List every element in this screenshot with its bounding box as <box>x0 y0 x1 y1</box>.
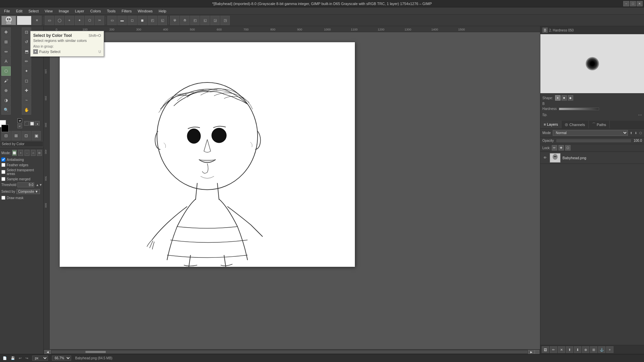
scroll-corner[interactable] <box>535 350 539 354</box>
brush-options-menu[interactable]: ··· <box>638 112 642 117</box>
maximize-button[interactable]: □ <box>630 1 636 6</box>
tool-crop[interactable]: ⊞ <box>1 37 11 47</box>
layer-up-button[interactable]: ⬆ <box>566 346 573 353</box>
tool-paint[interactable]: 🖌 <box>1 76 11 85</box>
menu-view[interactable]: View <box>42 8 55 14</box>
layer-duplicate-button[interactable]: ⊕ <box>582 346 589 353</box>
shape-circle-icon[interactable]: ● <box>555 95 560 101</box>
menu-file[interactable]: File <box>1 8 13 14</box>
menu-edit[interactable]: Edit <box>13 8 25 14</box>
tool-align[interactable]: ⊡ <box>22 27 31 37</box>
layer-pencil-button[interactable]: ✏ <box>550 346 557 353</box>
tool-move[interactable]: ✥ <box>1 27 11 37</box>
toolbar-btn-l[interactable]: ◳ <box>220 16 230 25</box>
toolbar-free-select[interactable]: ⌖ <box>65 16 74 25</box>
close-button[interactable]: ✕ <box>637 1 643 6</box>
tool-eraser[interactable]: ◻ <box>22 76 31 85</box>
layer-merge-visible-button[interactable]: ⊞ <box>590 346 597 353</box>
undo-button[interactable]: ↩ <box>19 356 21 360</box>
redo-button[interactable]: ↪ <box>25 356 28 360</box>
layer-item[interactable]: 👁 Babyhead.png <box>540 152 644 164</box>
tool-zoom[interactable]: 🔍 <box>1 105 11 115</box>
layer-move-button[interactable]: ⬇ <box>635 131 637 135</box>
shape-square-icon[interactable]: ■ <box>561 95 567 101</box>
tool-extra-3[interactable]: ⊡ <box>21 131 31 140</box>
tool-extra-4[interactable]: ▣ <box>32 131 41 140</box>
minimize-button[interactable]: − <box>623 1 629 6</box>
hardness-bar[interactable] <box>559 108 599 110</box>
toolbar-close-button[interactable]: ✕ <box>32 16 42 25</box>
menu-colors[interactable]: Colors <box>88 8 104 14</box>
tool-pencil[interactable]: ✏ <box>22 57 31 66</box>
tool-text[interactable]: A <box>1 57 11 66</box>
threshold-input[interactable]: 9.0 <box>17 182 34 187</box>
layer-delete-button[interactable]: ✕ <box>558 346 565 353</box>
swap-colors-button[interactable]: ⇄ <box>17 118 22 123</box>
tool-perspective[interactable]: ⬒ <box>22 47 31 56</box>
menu-tools[interactable]: Tools <box>104 8 118 14</box>
layer-group-button[interactable]: ⬡ <box>639 131 642 135</box>
menu-select[interactable]: Select <box>26 8 42 14</box>
tool-smudge[interactable]: ~ <box>22 96 31 105</box>
tab-channels[interactable]: ◎ Channels <box>561 121 588 128</box>
toolbar-scissors[interactable]: ✂ <box>95 16 104 25</box>
mode-icon-2[interactable]: ⬜ <box>30 121 34 126</box>
mode-replace[interactable]: ⬜ <box>12 150 17 156</box>
opacity-slider[interactable] <box>556 139 631 142</box>
draw-mask-checkbox[interactable] <box>1 196 5 200</box>
unit-dropdown[interactable]: px mm inch <box>32 356 48 361</box>
tool-heal[interactable]: ✚ <box>22 86 31 95</box>
layer-add-button[interactable]: + <box>606 346 613 353</box>
menu-image[interactable]: Image <box>56 8 72 14</box>
toolbar-rect-select[interactable]: ▭ <box>45 16 54 25</box>
transparent-checkbox[interactable] <box>1 170 5 174</box>
layer-down-button[interactable]: ⬇ <box>574 346 581 353</box>
tool-select-color[interactable]: ⬡ <box>1 66 11 76</box>
toolbar-btn-j[interactable]: ◱ <box>200 16 210 25</box>
zoom-dropdown[interactable]: 66.7% 100% 50% <box>52 356 71 361</box>
wilber-icon[interactable] <box>17 16 32 25</box>
canvas-content[interactable] <box>50 32 540 349</box>
mode-subtract[interactable]: - <box>24 150 30 156</box>
mode-intersect[interactable]: ∩ <box>31 150 36 156</box>
mode-icon-3[interactable]: ⬥ <box>35 121 40 126</box>
toolbar-color-select[interactable]: ⬡ <box>85 16 94 25</box>
toolbar-btn-g[interactable]: ⟱ <box>170 16 179 25</box>
mode-icon-1[interactable]: ⬛ <box>24 121 29 126</box>
toolbar-btn-k[interactable]: ◲ <box>210 16 220 25</box>
tool-extra-1[interactable]: ⊟ <box>1 131 11 140</box>
tool-transform[interactable]: ↺ <box>22 37 31 47</box>
toolbar-btn-e[interactable]: ◰ <box>148 16 157 25</box>
tool-clone[interactable]: ⊕ <box>1 86 11 95</box>
image-thumbnail[interactable] <box>1 16 16 25</box>
mode-extra[interactable]: ⊡ <box>37 150 42 156</box>
feather-checkbox[interactable] <box>1 163 5 167</box>
toolbar-btn-d[interactable]: ◼ <box>138 16 147 25</box>
tool-flip[interactable]: ⇔ <box>1 47 11 56</box>
foreground-color[interactable] <box>1 125 9 132</box>
menu-help[interactable]: Help <box>156 8 169 14</box>
toolbar-btn-f[interactable]: ◱ <box>158 16 167 25</box>
toolbar-btn-c[interactable]: ◻ <box>127 16 137 25</box>
tool-dodge[interactable]: ◑ <box>1 96 11 105</box>
layer-visibility-icon[interactable]: 👁 <box>542 155 548 161</box>
export-button[interactable]: 💾 <box>11 356 15 360</box>
menu-windows[interactable]: Windows <box>135 8 155 14</box>
tab-paths[interactable]: ⌒ Paths <box>589 121 610 128</box>
toolbar-btn-h[interactable]: ⟰ <box>180 16 190 25</box>
layers-mode-dropdown[interactable]: Normal Multiply Screen Overlay <box>553 130 628 136</box>
tool-hand[interactable]: ✋ <box>22 105 31 115</box>
tool-options-header[interactable]: Select by Color <box>0 141 43 147</box>
toolbar-btn-a[interactable]: ▭ <box>107 16 117 25</box>
scrollbar-track-h[interactable] <box>52 351 527 353</box>
shape-diamond-icon[interactable]: ◆ <box>568 95 573 101</box>
lock-position-icon[interactable]: ✚ <box>558 145 564 150</box>
horizontal-scrollbar[interactable]: ◀ ▶ <box>44 349 540 354</box>
tool-fuzzy[interactable]: ✦ <box>22 66 31 76</box>
toolbar-ellipse-select[interactable]: ◯ <box>55 16 64 25</box>
threshold-spinner[interactable]: ▲▼ <box>36 183 42 187</box>
scrollbar-thumb-h[interactable] <box>86 351 106 353</box>
antialias-checkbox[interactable] <box>1 158 5 162</box>
canvas[interactable] <box>60 42 355 267</box>
layer-merge-button[interactable]: ⬆ <box>630 131 633 135</box>
